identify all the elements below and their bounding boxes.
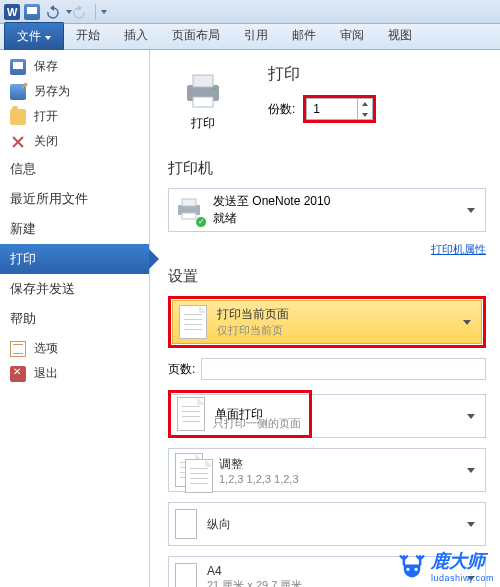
- backstage-sidebar: 保存 另存为 打开 关闭 信息 最近所用文件 新建 打印 保存并发送 帮助 选项…: [0, 50, 150, 587]
- sidebar-item-new[interactable]: 新建: [0, 214, 149, 244]
- collate-title: 调整: [219, 456, 457, 473]
- deer-logo-icon: [399, 553, 425, 579]
- sidebar-item-saveas[interactable]: 另存为: [0, 79, 149, 104]
- svg-rect-7: [182, 199, 196, 206]
- chevron-down-icon: [467, 468, 475, 473]
- tab-view[interactable]: 视图: [376, 22, 424, 49]
- tab-mailings[interactable]: 邮件: [280, 22, 328, 49]
- save-icon[interactable]: [24, 4, 40, 20]
- backstage: 保存 另存为 打开 关闭 信息 最近所用文件 新建 打印 保存并发送 帮助 选项…: [0, 50, 500, 587]
- tab-review[interactable]: 审阅: [328, 22, 376, 49]
- print-panel: 打印 打印 份数:: [150, 50, 500, 587]
- printer-selector[interactable]: 发送至 OneNote 2010 就绪: [168, 188, 486, 232]
- svg-point-5: [213, 88, 216, 91]
- save-as-icon: [10, 84, 26, 100]
- printer-name: 发送至 OneNote 2010: [213, 193, 330, 210]
- highlight-range: 打印当前页面 仅打印当前页: [168, 296, 486, 348]
- tab-insert[interactable]: 插入: [112, 22, 160, 49]
- sidebar-item-label: 关闭: [34, 133, 58, 150]
- save-icon: [10, 59, 26, 75]
- duplex-title: 单面打印: [215, 406, 263, 423]
- sidebar-item-label: 选项: [34, 340, 58, 357]
- printer-properties-link[interactable]: 打印机属性: [431, 243, 486, 255]
- sidebar-item-options[interactable]: 选项: [0, 336, 149, 361]
- undo-icon[interactable]: [44, 4, 60, 20]
- sidebar-item-info[interactable]: 信息: [0, 154, 149, 184]
- print-range-selector[interactable]: 打印当前页面 仅打印当前页: [172, 300, 482, 344]
- single-page-icon: [177, 397, 205, 431]
- printer-status: 就绪: [213, 210, 330, 227]
- sidebar-item-exit[interactable]: 退出: [0, 361, 149, 386]
- sidebar-item-label: 保存: [34, 58, 58, 75]
- sidebar-item-label: 另存为: [34, 83, 70, 100]
- print-range-sub: 仅打印当前页: [217, 323, 453, 338]
- printer-status-icon: [175, 197, 203, 224]
- tab-layout[interactable]: 页面布局: [160, 22, 232, 49]
- chevron-down-icon: [467, 414, 475, 419]
- redo-icon[interactable]: [72, 4, 88, 20]
- copies-spinner[interactable]: [306, 98, 373, 120]
- sidebar-item-print[interactable]: 打印: [0, 244, 149, 274]
- watermark: 鹿大师 ludashiwj.com: [399, 549, 494, 583]
- tab-file[interactable]: 文件: [4, 22, 64, 50]
- sidebar-item-help[interactable]: 帮助: [0, 304, 149, 334]
- svg-rect-8: [182, 213, 196, 219]
- highlight-copies: [303, 95, 376, 123]
- copies-down-icon[interactable]: [358, 109, 372, 120]
- printer-icon: [181, 71, 225, 111]
- title-bar: W: [0, 0, 500, 24]
- exit-icon: [10, 366, 26, 382]
- print-range-title: 打印当前页面: [217, 306, 453, 323]
- options-icon: [10, 341, 26, 357]
- collate-icon: [175, 453, 209, 487]
- page-icon: [179, 305, 207, 339]
- chevron-down-icon: [467, 522, 475, 527]
- settings-heading: 设置: [168, 267, 486, 286]
- tab-home[interactable]: 开始: [64, 22, 112, 49]
- tab-references[interactable]: 引用: [232, 22, 280, 49]
- svg-text:W: W: [7, 6, 18, 18]
- highlight-duplex: 单面打印: [168, 390, 312, 438]
- sidebar-item-open[interactable]: 打开: [0, 104, 149, 129]
- orientation-selector[interactable]: 纵向: [168, 502, 486, 546]
- sidebar-item-save[interactable]: 保存: [0, 54, 149, 79]
- chevron-down-icon: [467, 208, 475, 213]
- word-app-icon: W: [4, 4, 20, 20]
- svg-point-10: [414, 568, 417, 571]
- sidebar-item-close[interactable]: 关闭: [0, 129, 149, 154]
- collate-sub: 1,2,3 1,2,3 1,2,3: [219, 473, 457, 485]
- folder-open-icon: [10, 109, 26, 125]
- print-title: 打印: [268, 64, 376, 85]
- chevron-down-icon: [463, 320, 471, 325]
- sidebar-item-savesend[interactable]: 保存并发送: [0, 274, 149, 304]
- pages-input[interactable]: [201, 358, 486, 380]
- copies-up-icon[interactable]: [358, 98, 372, 109]
- sidebar-item-label: 退出: [34, 365, 58, 382]
- copies-input[interactable]: [307, 102, 357, 116]
- ribbon-tabs: 文件 开始 插入 页面布局 引用 邮件 审阅 视图: [0, 24, 500, 50]
- pages-label: 页数:: [168, 361, 195, 378]
- paper-icon: [175, 563, 197, 587]
- print-button-label: 打印: [191, 115, 215, 132]
- watermark-site: ludashiwj.com: [431, 573, 494, 583]
- svg-rect-3: [193, 75, 213, 87]
- printer-heading: 打印机: [168, 159, 486, 178]
- print-button[interactable]: 打印: [168, 64, 238, 139]
- copies-label: 份数:: [268, 101, 295, 118]
- sidebar-item-label: 打开: [34, 108, 58, 125]
- collate-selector[interactable]: 调整 1,2,3 1,2,3 1,2,3: [168, 448, 486, 492]
- customize-qat-icon[interactable]: [101, 10, 107, 14]
- portrait-icon: [175, 509, 197, 539]
- svg-rect-4: [193, 97, 213, 107]
- watermark-name: 鹿大师: [431, 551, 485, 571]
- close-icon: [10, 134, 26, 150]
- svg-point-9: [406, 568, 409, 571]
- sidebar-item-recent[interactable]: 最近所用文件: [0, 184, 149, 214]
- orientation-title: 纵向: [207, 516, 457, 533]
